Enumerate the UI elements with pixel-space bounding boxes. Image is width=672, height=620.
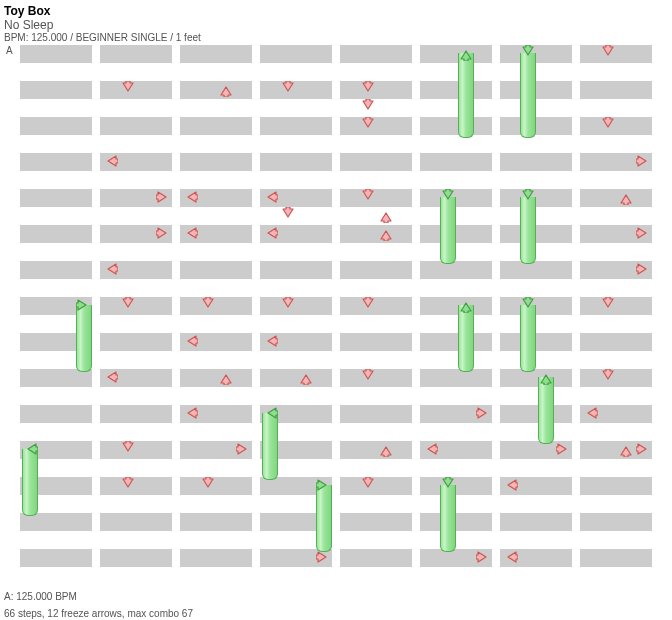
chart-meta: BPM: 125.000 / BEGINNER SINGLE / 1 feet [4,32,672,43]
stepchart-column [500,45,572,585]
up-arrow-icon [378,207,394,223]
stepchart-column [100,45,172,585]
freeze-arrow [520,305,536,372]
down-arrow-icon [280,207,296,223]
artist-name: Toy Box [4,4,672,18]
freeze-arrow [458,53,474,138]
stats-footer: 66 steps, 12 freeze arrows, max combo 67 [4,608,672,619]
mode-text: BEGINNER SINGLE [76,32,168,43]
stepchart-column [340,45,412,585]
bpm-marker-footer: A: 125.000 BPM [4,591,672,602]
freeze-arrow [316,485,332,552]
feet-text: 1 feet [176,32,201,43]
freeze-arrow [262,413,278,480]
freeze-arrow [22,449,38,516]
stepchart-column [260,45,332,585]
stepchart-column [580,45,652,585]
freeze-arrow [76,305,92,372]
freeze-arrow [520,53,536,138]
stepchart: A [20,45,672,585]
freeze-arrow [538,377,554,444]
song-title: No Sleep [4,18,672,32]
section-marker: A [6,45,13,56]
freeze-arrow [520,197,536,264]
stepchart-column [420,45,492,585]
stepchart-column [180,45,252,585]
freeze-arrow [440,485,456,552]
stepchart-column [20,45,92,585]
bpm-text: BPM: 125.000 [4,32,67,43]
freeze-arrow [458,305,474,372]
freeze-arrow [440,197,456,264]
down-arrow-icon [360,99,376,115]
